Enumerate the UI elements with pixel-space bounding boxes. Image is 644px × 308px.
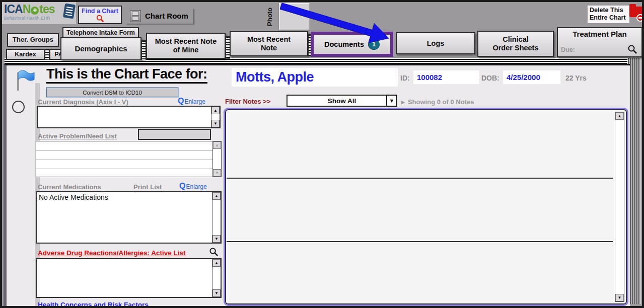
photo-label: Photo bbox=[264, 2, 274, 31]
chart-face-title: This is the Chart Face for: bbox=[46, 67, 207, 84]
tab-separator bbox=[141, 40, 146, 60]
tab-kardex[interactable]: Kardex bbox=[6, 49, 45, 60]
scroll-up-button[interactable] bbox=[213, 141, 221, 149]
allergies-listbox[interactable] bbox=[36, 258, 222, 298]
flag-icon[interactable] bbox=[15, 69, 35, 92]
scroll-up-button[interactable] bbox=[212, 259, 221, 267]
showing-notes-status: Showing 0 of 0 Notes bbox=[401, 98, 474, 106]
current-diagnosis-label: Current Diagnosis (Axis I - V) bbox=[38, 98, 128, 106]
enlarge-diagnosis-link[interactable]: QEnlarge bbox=[178, 97, 205, 106]
scrollbar[interactable] bbox=[211, 107, 220, 127]
find-a-chart-button[interactable]: Find a Chart bbox=[78, 6, 122, 24]
problem-listbox[interactable] bbox=[36, 141, 222, 177]
scroll-down-button[interactable] bbox=[212, 289, 221, 297]
convert-dsm-icd10-button[interactable]: Convert DSM to ICD10 bbox=[46, 88, 178, 97]
magnifier-icon: Q bbox=[179, 182, 185, 190]
diagnosis-listbox[interactable] bbox=[37, 106, 221, 128]
note-row-divider bbox=[227, 241, 613, 242]
notes-scrollbar[interactable] bbox=[615, 112, 624, 302]
filter-notes-dropdown[interactable]: Show All bbox=[287, 95, 397, 107]
icanotes-window: ICAN+tes Behavioral Health EHR Find a Ch… bbox=[0, 0, 644, 308]
note-row-divider bbox=[227, 178, 613, 179]
problem-list-button[interactable] bbox=[138, 129, 211, 140]
magnifier-icon: Q bbox=[178, 97, 184, 105]
notes-list-panel[interactable] bbox=[224, 108, 628, 306]
chart-room-label: Chart Room bbox=[145, 12, 188, 20]
tab-treatment-plan[interactable]: Treatment Plan Due: bbox=[557, 27, 642, 57]
tab-logs[interactable]: Logs bbox=[396, 32, 475, 54]
scrollbar[interactable] bbox=[212, 141, 221, 177]
dropdown-arrow-icon[interactable] bbox=[386, 95, 397, 107]
current-medications-label: Current Medications bbox=[38, 183, 101, 191]
scroll-up-button[interactable] bbox=[211, 107, 220, 114]
chart-face-page: This is the Chart Face for: Motts, Apple… bbox=[4, 64, 630, 306]
logo-plus-icon: + bbox=[31, 7, 39, 15]
minus-icon bbox=[636, 14, 644, 22]
treatment-plan-due-label: Due: bbox=[561, 46, 575, 53]
scroll-down-button[interactable] bbox=[211, 120, 220, 127]
scroll-down-button[interactable] bbox=[213, 169, 221, 177]
clipboard-icon bbox=[63, 4, 76, 19]
tab-separator bbox=[45, 49, 49, 60]
filter-notes-value: Show All bbox=[328, 97, 356, 105]
filter-notes-label: Filter Notes >> bbox=[225, 98, 270, 105]
scroll-down-button[interactable] bbox=[615, 294, 624, 301]
health-concerns-link[interactable]: Health Concerns and Risk Factors bbox=[38, 301, 149, 308]
dob-field[interactable]: 4/25/2000 bbox=[503, 70, 560, 84]
file-cabinet-icon bbox=[130, 10, 141, 22]
medications-text: No Active Medications bbox=[39, 193, 108, 201]
tab-demographics[interactable]: Demographics bbox=[60, 37, 141, 60]
print-list-link[interactable]: Print List bbox=[133, 183, 162, 191]
dob-label: DOB: bbox=[481, 74, 499, 82]
adverse-reactions-label[interactable]: Adverse Drug Reactions/Allergies: Active… bbox=[38, 249, 186, 257]
scrollbar[interactable] bbox=[212, 259, 221, 297]
medications-listbox[interactable]: No Active Medications bbox=[36, 191, 222, 244]
id-label: ID: bbox=[400, 74, 410, 82]
search-icon bbox=[96, 15, 105, 23]
scroll-up-button[interactable] bbox=[615, 112, 624, 120]
scrollbar[interactable] bbox=[212, 192, 221, 243]
age-label: 22 Yrs bbox=[565, 74, 587, 82]
patient-name-field[interactable]: Motts, Apple bbox=[232, 68, 398, 87]
treatment-plan-search-icon[interactable] bbox=[627, 44, 637, 54]
id-field[interactable]: 100082 bbox=[413, 70, 479, 84]
icanotes-logo: ICAN+tes Behavioral Health EHR bbox=[2, 2, 76, 24]
enlarge-medications-link[interactable]: QEnlarge bbox=[179, 182, 207, 191]
chart-room-button[interactable]: Chart Room bbox=[126, 8, 193, 24]
tab-most-recent-note-of-mine[interactable]: Most Recent Note of Mine bbox=[146, 33, 226, 59]
scroll-up-button[interactable] bbox=[212, 192, 221, 200]
delete-entire-chart-button[interactable]: Delete This Entire Chart bbox=[588, 6, 629, 23]
active-problem-label: Active Problem/Need List bbox=[38, 132, 117, 140]
allergies-search-icon[interactable] bbox=[209, 247, 219, 257]
radio-circle[interactable] bbox=[12, 101, 25, 113]
pointer-arrow bbox=[274, 2, 395, 50]
find-a-chart-label: Find a Chart bbox=[79, 8, 121, 15]
ther-groups-button[interactable]: Ther. Groups bbox=[7, 33, 59, 47]
scroll-down-button[interactable] bbox=[212, 235, 221, 243]
tab-clinical-order-sheets[interactable]: Clinical Order Sheets bbox=[477, 31, 554, 57]
